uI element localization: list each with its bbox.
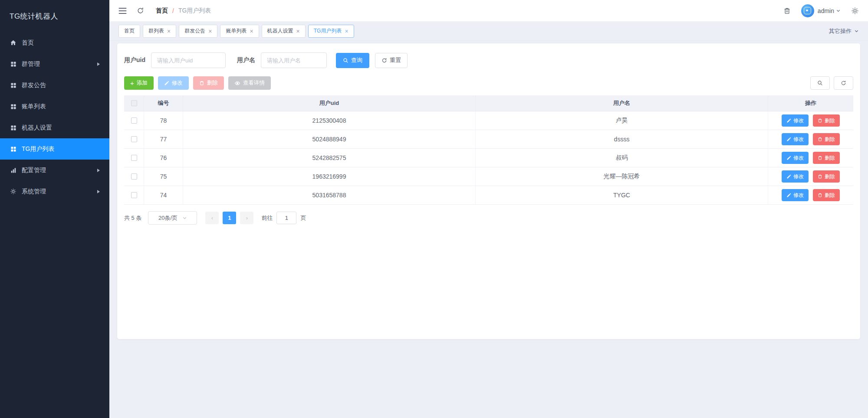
plus-icon: +	[130, 80, 134, 86]
view-detail-button-disabled[interactable]: 查看详情	[228, 76, 271, 90]
gear-icon[interactable]	[851, 7, 859, 15]
topbar: 首页 / TG用户列表 admin	[109, 0, 868, 22]
more-actions-dropdown[interactable]: 其它操作	[829, 27, 859, 35]
pencil-icon	[786, 156, 791, 160]
row-delete-button[interactable]: 删除	[813, 133, 840, 145]
search-icon-button[interactable]	[810, 76, 830, 90]
row-edit-button[interactable]: 修改	[782, 170, 809, 183]
sidebar-item-label: 配置管理	[22, 167, 46, 174]
table-row: 75 1963216999 光耀—陈冠希 修改 删除	[124, 167, 853, 186]
trash-icon	[818, 118, 822, 123]
prev-page-button[interactable]: ‹	[205, 212, 219, 224]
total-count: 共 5 条	[124, 214, 141, 222]
reset-button[interactable]: 重置	[375, 53, 408, 68]
filter-row: 用户uid 用户名 查询 重置	[124, 52, 853, 68]
app-root: TG统计机器人 首页 群管理 群发公告	[0, 0, 868, 418]
row-checkbox[interactable]	[131, 118, 137, 124]
name-filter-label: 用户名	[237, 56, 255, 64]
page-size-select[interactable]: 20条/页	[148, 211, 197, 225]
close-icon[interactable]: ×	[250, 28, 253, 34]
refresh-icon-button[interactable]	[834, 76, 853, 90]
tab[interactable]: 群发公告 ×	[179, 25, 217, 38]
sidebar-item[interactable]: TG用户列表	[0, 138, 109, 160]
header-username: 用户名	[476, 95, 768, 111]
chevron-down-icon	[182, 216, 187, 220]
trash-icon	[818, 137, 822, 142]
trash-icon[interactable]	[783, 7, 791, 15]
pencil-icon	[786, 193, 791, 198]
sidebar-item[interactable]: 群发公告	[0, 75, 109, 96]
home-icon	[10, 39, 17, 46]
sidebar-item[interactable]: 配置管理	[0, 160, 109, 181]
tabbar: 首页 × 群列表 × 群发公告 × 账单列表 ×	[109, 22, 868, 41]
tab-label: 群列表	[148, 27, 164, 35]
breadcrumb-root[interactable]: 首页	[156, 7, 168, 15]
tab[interactable]: TG用户列表 ×	[308, 25, 354, 38]
grid-icon	[10, 61, 17, 67]
sidebar-item[interactable]: 群管理	[0, 53, 109, 75]
name-filter-input[interactable]	[261, 52, 327, 68]
row-delete-button[interactable]: 删除	[813, 152, 840, 164]
delete-button-disabled[interactable]: 删除	[193, 76, 224, 90]
cell-uid: 5242882575	[183, 149, 476, 167]
add-button[interactable]: + 添加	[124, 76, 154, 90]
tab[interactable]: 机器人设置 ×	[262, 25, 306, 38]
select-all-checkbox[interactable]	[131, 100, 137, 106]
close-icon[interactable]: ×	[167, 28, 171, 34]
tab-label: 首页	[124, 27, 135, 35]
sidebar-item-label: 账单列表	[22, 103, 46, 111]
cell-id: 78	[144, 111, 183, 130]
table-row: 78 2125300408 卢昊 修改 删除	[124, 111, 853, 130]
sidebar-item[interactable]: 系统管理	[0, 181, 109, 202]
refresh-icon[interactable]	[137, 7, 144, 14]
trash-icon	[199, 80, 204, 86]
grid-icon	[10, 82, 17, 88]
uid-filter-input[interactable]	[151, 52, 226, 68]
chevron-right-icon	[97, 190, 100, 193]
table-row: 77 5024888949 dssss 修改 删除	[124, 130, 853, 149]
user-menu[interactable]: admin	[818, 7, 834, 14]
edit-button-disabled[interactable]: 修改	[158, 76, 189, 90]
sidebar-item[interactable]: 机器人设置	[0, 117, 109, 138]
row-delete-button[interactable]: 删除	[813, 170, 840, 183]
avatar[interactable]	[801, 4, 814, 17]
row-edit-button[interactable]: 修改	[782, 152, 809, 164]
close-icon[interactable]: ×	[296, 28, 300, 34]
goto-page-input[interactable]	[276, 212, 296, 224]
page-number-button[interactable]: 1	[223, 212, 236, 224]
tab[interactable]: 群列表 ×	[143, 25, 176, 38]
row-edit-button[interactable]: 修改	[782, 114, 809, 127]
row-checkbox[interactable]	[131, 173, 137, 180]
content-card: 用户uid 用户名 查询 重置 +	[117, 43, 860, 339]
tab[interactable]: 账单列表 ×	[220, 25, 259, 38]
row-checkbox[interactable]	[131, 155, 137, 161]
row-edit-button[interactable]: 修改	[782, 133, 809, 145]
row-checkbox[interactable]	[131, 192, 137, 198]
menu-icon[interactable]	[118, 7, 127, 14]
tab-label: 群发公告	[184, 27, 205, 35]
chart-icon	[10, 167, 17, 173]
search-button[interactable]: 查询	[336, 53, 369, 68]
tab[interactable]: 首页 ×	[118, 25, 140, 38]
row-delete-button[interactable]: 删除	[813, 189, 840, 201]
next-page-button[interactable]: ›	[240, 212, 253, 224]
grid-icon	[10, 125, 17, 131]
page-suffix-label: 页	[300, 214, 306, 222]
sidebar-item[interactable]: 首页	[0, 32, 109, 53]
cell-username: dssss	[476, 130, 768, 148]
chevron-down-icon[interactable]	[836, 8, 841, 13]
table-header: 编号 用户uid 用户名 操作	[124, 95, 853, 111]
breadcrumb-current: TG用户列表	[178, 7, 211, 15]
cell-id: 74	[144, 186, 183, 204]
sidebar-menu: 首页 群管理 群发公告 账单列表	[0, 32, 109, 202]
sidebar-item[interactable]: 账单列表	[0, 96, 109, 117]
close-icon[interactable]: ×	[208, 28, 212, 34]
gear-icon	[10, 188, 17, 195]
close-icon[interactable]: ×	[345, 28, 348, 34]
row-delete-button[interactable]: 删除	[813, 114, 840, 127]
row-checkbox[interactable]	[131, 136, 137, 142]
tab-label: 机器人设置	[267, 27, 293, 35]
cell-username: 光耀—陈冠希	[476, 167, 768, 186]
cell-username: 卢昊	[476, 111, 768, 130]
row-edit-button[interactable]: 修改	[782, 189, 809, 201]
